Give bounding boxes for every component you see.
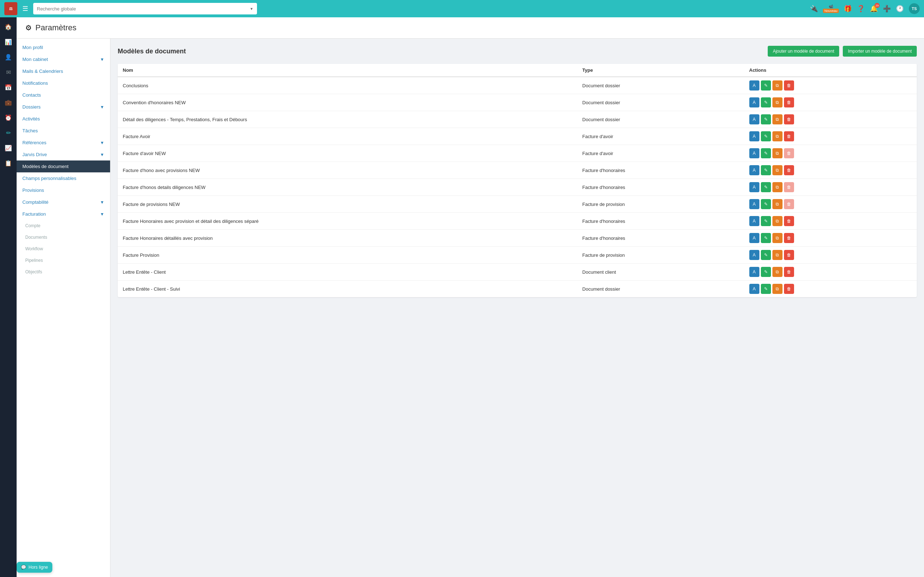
sidebar-item-contacts[interactable]: Contacts [16, 89, 110, 101]
action-btn-a[interactable]: A [749, 131, 759, 141]
action-btn-edit[interactable]: ✎ [761, 199, 771, 209]
action-btn-edit[interactable]: ✎ [761, 250, 771, 260]
sidebar-item-compte[interactable]: Compte [16, 220, 110, 232]
sidebar-item-mon-profil[interactable]: Mon profil [16, 42, 110, 53]
action-btn-edit[interactable]: ✎ [761, 233, 771, 243]
action-btn-copy[interactable]: ⧉ [772, 131, 782, 141]
sidebar-item-references[interactable]: Références ▼ [16, 137, 110, 148]
sidebar-icon-mail[interactable]: ✉ [2, 66, 15, 79]
action-btn-copy[interactable]: ⧉ [772, 199, 782, 209]
import-modele-button[interactable]: Importer un modèle de document [843, 46, 917, 56]
action-btn-delete[interactable]: 🗑 [784, 233, 794, 243]
sidebar-item-mon-cabinet[interactable]: Mon cabinet ▼ [16, 53, 110, 65]
action-btn-edit[interactable]: ✎ [761, 81, 771, 90]
plus-icon[interactable]: ➕ [883, 5, 891, 13]
search-input[interactable] [37, 6, 250, 11]
action-btn-copy[interactable]: ⧉ [772, 284, 782, 294]
sidebar-item-activites[interactable]: Activités [16, 113, 110, 125]
action-btn-copy[interactable]: ⧉ [772, 233, 782, 243]
action-btn-delete[interactable]: 🗑 [784, 97, 794, 108]
plugin-icon[interactable]: 🔌 [810, 5, 818, 13]
clock-icon[interactable]: 🕐 [896, 5, 904, 13]
action-btn-edit[interactable]: ✎ [761, 114, 771, 124]
action-btn-a[interactable]: A [749, 182, 759, 192]
action-btn-delete[interactable]: 🗑 [784, 114, 794, 124]
sidebar-item-jarvis-drive[interactable]: Jarvis Drive ▼ [16, 148, 110, 161]
app-logo[interactable]: ⚖ [4, 2, 17, 15]
action-btn-a[interactable]: A [749, 250, 759, 260]
action-btn-a[interactable]: A [749, 216, 759, 226]
sidebar-icon-dashboard[interactable]: 📊 [2, 35, 15, 48]
action-btn-edit[interactable]: ✎ [761, 165, 771, 175]
notification-bell-icon[interactable]: 🔔 29 [870, 5, 878, 13]
action-btn-copy[interactable]: ⧉ [772, 114, 782, 124]
sidebar-item-pipelines[interactable]: Pipelines [16, 255, 110, 266]
table-row: Convention d'honoraires NEWDocument doss… [118, 94, 917, 111]
action-btn-a[interactable]: A [749, 267, 759, 277]
help-icon[interactable]: ❓ [857, 5, 865, 13]
action-btn-copy[interactable]: ⧉ [772, 216, 782, 226]
sidebar-item-documents[interactable]: Documents [16, 232, 110, 243]
sidebar-item-provisions[interactable]: Provisions [16, 184, 110, 196]
action-btn-copy[interactable]: ⧉ [772, 148, 782, 158]
action-btn-a[interactable]: A [749, 114, 759, 124]
action-btn-a[interactable]: A [749, 284, 759, 294]
action-btn-a[interactable]: A [749, 148, 759, 158]
action-btn-edit[interactable]: ✎ [761, 148, 771, 158]
sidebar-item-champs-personnalisables[interactable]: Champs personnalisables [16, 172, 110, 184]
action-btn-copy[interactable]: ⧉ [772, 267, 782, 277]
action-btn-copy[interactable]: ⧉ [772, 165, 782, 175]
action-btn-edit[interactable]: ✎ [761, 131, 771, 141]
sidebar-item-comptabilite[interactable]: Comptabilité ▼ [16, 196, 110, 208]
sidebar-item-workflow[interactable]: Workflow [16, 243, 110, 255]
user-avatar[interactable]: TS [909, 3, 920, 14]
sidebar-item-notifications[interactable]: Notifications [16, 77, 110, 89]
provisions-label: Provisions [23, 187, 44, 193]
action-btn-a[interactable]: A [749, 97, 759, 108]
action-btn-edit[interactable]: ✎ [761, 284, 771, 294]
sidebar-item-mails-calendriers[interactable]: Mails & Calendriers [16, 65, 110, 77]
add-modele-button[interactable]: Ajouter un modèle de document [768, 46, 839, 56]
action-btn-a[interactable]: A [749, 165, 759, 175]
sidebar-icon-briefcase[interactable]: 💼 [2, 96, 15, 109]
table-row: Facture ProvisionFacture de provisionA✎⧉… [118, 247, 917, 264]
sidebar-icon-chart[interactable]: 📈 [2, 141, 15, 154]
action-btn-a[interactable]: A [749, 199, 759, 209]
sidebar-icon-clock[interactable]: ⏰ [2, 111, 15, 124]
action-btn-delete[interactable]: 🗑 [784, 267, 794, 277]
action-btn-copy[interactable]: ⧉ [772, 81, 782, 90]
action-btn-a[interactable]: A [749, 233, 759, 243]
action-btn-copy[interactable]: ⧉ [772, 97, 782, 108]
sidebar-item-modeles-document[interactable]: Modèles de document [16, 161, 110, 172]
video-icon-group[interactable]: 📹 Nouveau [823, 4, 839, 13]
sidebar-icon-list[interactable]: 📋 [2, 156, 15, 169]
chat-widget[interactable]: 💬 Hors ligne [16, 562, 52, 573]
gift-icon[interactable]: 🎁 [844, 5, 852, 13]
action-btn-delete[interactable]: 🗑 [784, 81, 794, 90]
sidebar-icon-calendar[interactable]: 📅 [2, 81, 15, 94]
action-btn-edit[interactable]: ✎ [761, 267, 771, 277]
action-btn-a[interactable]: A [749, 81, 759, 90]
action-btn-edit[interactable]: ✎ [761, 216, 771, 226]
search-dropdown-arrow[interactable]: ▼ [250, 7, 254, 11]
action-btn-copy[interactable]: ⧉ [772, 182, 782, 192]
sidebar-item-objectifs[interactable]: Objectifs [16, 266, 110, 278]
action-btn-delete[interactable]: 🗑 [784, 165, 794, 175]
sidebar-icon-home[interactable]: 🏠 [2, 20, 15, 33]
action-btn-delete[interactable]: 🗑 [784, 216, 794, 226]
action-btn-delete[interactable]: 🗑 [784, 131, 794, 141]
mon-cabinet-label: Mon cabinet [23, 56, 48, 62]
navbar: ⚖ ☰ ▼ 🔌 📹 Nouveau 🎁 ❓ 🔔 29 ➕ 🕐 TS [0, 0, 924, 17]
action-btn-delete[interactable]: 🗑 [784, 250, 794, 260]
hamburger-button[interactable]: ☰ [21, 3, 30, 14]
sidebar-item-taches[interactable]: Tâches [16, 125, 110, 137]
action-btn-edit[interactable]: ✎ [761, 97, 771, 108]
chat-label: Hors ligne [29, 565, 48, 570]
sidebar-icon-people[interactable]: 👤 [2, 50, 15, 63]
action-btn-edit[interactable]: ✎ [761, 182, 771, 192]
sidebar-icon-edit[interactable]: ✏ [2, 126, 15, 139]
action-btn-delete[interactable]: 🗑 [784, 284, 794, 294]
action-btn-copy[interactable]: ⧉ [772, 250, 782, 260]
sidebar-item-facturation[interactable]: Facturation ▼ [16, 208, 110, 220]
sidebar-item-dossiers[interactable]: Dossiers ▼ [16, 101, 110, 113]
